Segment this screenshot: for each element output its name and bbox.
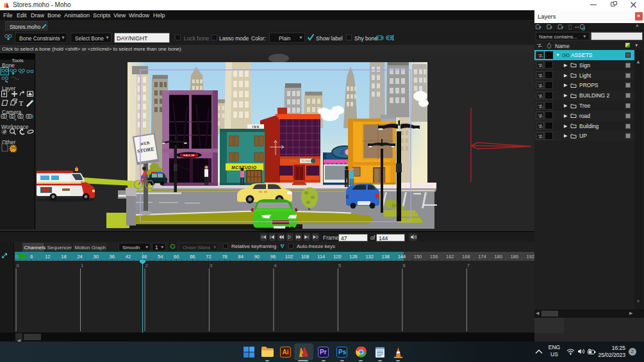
- svg-text:102: 102: [285, 254, 293, 259]
- svg-text:12: 12: [45, 254, 50, 259]
- svg-text:54: 54: [158, 254, 163, 259]
- svg-text:36: 36: [110, 254, 115, 259]
- svg-text:MCSTUDIO: MCSTUDIO: [231, 165, 256, 170]
- svg-text:120: 120: [333, 254, 342, 259]
- svg-text:114: 114: [317, 254, 325, 259]
- svg-text:138: 138: [382, 254, 390, 259]
- svg-text:I N N: I N N: [252, 126, 259, 129]
- svg-text:156: 156: [430, 254, 438, 259]
- svg-text:4: 4: [340, 149, 344, 156]
- svg-text:60: 60: [174, 254, 179, 259]
- svg-text:174: 174: [478, 254, 486, 259]
- svg-text:168: 168: [462, 254, 470, 259]
- svg-text:42: 42: [126, 254, 131, 259]
- svg-text:192: 192: [527, 254, 534, 259]
- svg-text:0: 0: [17, 263, 19, 268]
- svg-text:18: 18: [61, 254, 66, 259]
- svg-text:STORE: STORE: [301, 160, 310, 163]
- svg-text:66: 66: [190, 254, 195, 259]
- svg-text:1: 1: [81, 263, 83, 268]
- svg-text:5: 5: [338, 263, 341, 268]
- svg-text:84: 84: [238, 254, 244, 259]
- svg-text:6: 6: [30, 254, 33, 259]
- svg-text:162: 162: [446, 254, 454, 259]
- svg-text:7: 7: [467, 263, 470, 268]
- svg-text:186: 186: [510, 254, 518, 259]
- svg-text:96: 96: [270, 254, 276, 259]
- svg-text:180: 180: [494, 254, 502, 259]
- svg-text:144: 144: [398, 254, 406, 259]
- svg-text:126: 126: [349, 254, 358, 259]
- svg-text:SVG: SVG: [11, 147, 17, 150]
- svg-text:108: 108: [301, 254, 310, 259]
- svg-text:132: 132: [365, 254, 374, 259]
- svg-text:HAILIM: HAILIM: [183, 154, 194, 157]
- svg-text:30: 30: [94, 254, 99, 259]
- svg-text:90: 90: [254, 254, 260, 259]
- svg-text:T: T: [19, 99, 24, 107]
- svg-text:150: 150: [414, 254, 422, 259]
- svg-text:0: 0: [15, 254, 18, 259]
- svg-text:72: 72: [206, 254, 211, 259]
- svg-text:4: 4: [274, 263, 276, 268]
- svg-text:3: 3: [210, 263, 212, 268]
- svg-text:78: 78: [222, 254, 227, 259]
- svg-text:24: 24: [77, 254, 82, 259]
- svg-text:6: 6: [402, 263, 405, 268]
